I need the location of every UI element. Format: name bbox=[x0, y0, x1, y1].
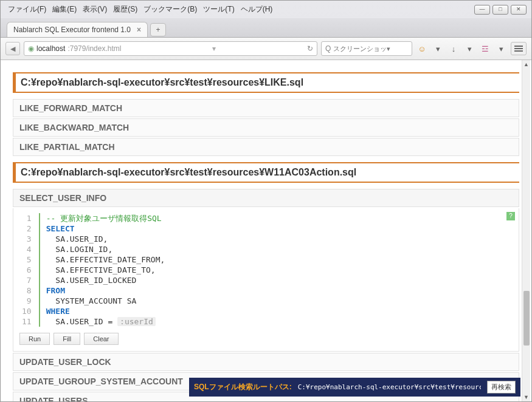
nav-toolbar: ◀ ◉ localhost:7979/index.html ▾ ↻ Q スクリー… bbox=[1, 38, 531, 60]
sql-file-header: C:¥repo¥nablarch-sql-executor¥src¥test¥r… bbox=[13, 72, 519, 93]
scroll-up-icon[interactable]: ▲ bbox=[522, 60, 530, 69]
tab-title: Nablarch SQL Executor frontend 1.0 bbox=[13, 26, 131, 34]
new-tab-button[interactable]: + bbox=[150, 23, 166, 36]
fill-button[interactable]: Fill bbox=[54, 333, 80, 345]
scrollbar[interactable]: ▲ ▼ bbox=[522, 60, 530, 401]
menu-tools[interactable]: ツール(T) bbox=[201, 3, 237, 16]
footer-label: SQLファイル検索ルートパス: bbox=[194, 382, 292, 392]
sql-entry[interactable]: LIKE_PARTIAL_MATCH bbox=[13, 138, 519, 156]
tab-bar: Nablarch SQL Executor frontend 1.0 × + bbox=[1, 18, 531, 38]
menu-history[interactable]: 履歴(S) bbox=[111, 3, 140, 16]
run-button[interactable]: Run bbox=[19, 333, 50, 345]
research-button[interactable]: 再検索 bbox=[487, 381, 516, 393]
menu-button[interactable] bbox=[511, 42, 527, 55]
download-dropdown-icon[interactable]: ▾ bbox=[463, 44, 475, 53]
clear-button[interactable]: Clear bbox=[84, 333, 118, 345]
close-button[interactable]: ✕ bbox=[511, 5, 527, 15]
tool-icon[interactable]: ☲ bbox=[479, 44, 491, 53]
addon-dropdown-icon[interactable]: ▾ bbox=[432, 44, 444, 53]
scroll-down-icon[interactable]: ▼ bbox=[522, 393, 530, 401]
menu-help[interactable]: ヘルプ(H) bbox=[238, 3, 275, 16]
search-icon: Q bbox=[325, 44, 331, 53]
dropdown-icon[interactable]: ▾ bbox=[212, 44, 216, 53]
scroll-thumb[interactable] bbox=[523, 291, 530, 346]
browser-window: ファイル(F) 編集(E) 表示(V) 履歴(S) ブックマーク(B) ツール(… bbox=[0, 0, 532, 402]
sql-entry[interactable]: LIKE_BACKWARD_MATCH bbox=[13, 118, 519, 137]
line-gutter: 1 2 3 4 5 6 7 8 9 10 11 bbox=[19, 213, 40, 327]
footer-search-bar: SQLファイル検索ルートパス: C:¥repo¥nablarch-sql-exe… bbox=[189, 378, 520, 397]
globe-icon: ◉ bbox=[28, 44, 34, 53]
reload-icon[interactable]: ↻ bbox=[307, 44, 313, 53]
back-button[interactable]: ◀ bbox=[5, 42, 20, 55]
sql-file-header: C:¥repo¥nablarch-sql-executor¥src¥test¥r… bbox=[13, 162, 519, 183]
search-placeholder: スクリーンショッ▾ bbox=[333, 44, 390, 53]
tool-dropdown-icon[interactable]: ▾ bbox=[495, 44, 507, 53]
code-body[interactable]: -- 更新対象ユーザ情報取得SQL SELECT SA.USER_ID, SA.… bbox=[40, 213, 165, 327]
page-content: C:¥repo¥nablarch-sql-executor¥src¥test¥r… bbox=[1, 60, 531, 401]
sql-entry[interactable]: LIKE_FORWARD_MATCH bbox=[13, 99, 519, 117]
content-area: C:¥repo¥nablarch-sql-executor¥src¥test¥r… bbox=[1, 60, 531, 401]
url-path: :7979/index.html bbox=[67, 44, 121, 53]
browser-tab[interactable]: Nablarch SQL Executor frontend 1.0 × bbox=[7, 22, 148, 37]
menubar: ファイル(F) 編集(E) 表示(V) 履歴(S) ブックマーク(B) ツール(… bbox=[1, 1, 531, 18]
addon-icon[interactable]: ☺ bbox=[416, 44, 428, 53]
address-bar[interactable]: ◉ localhost:7979/index.html ▾ ↻ bbox=[24, 41, 317, 56]
menu-file[interactable]: ファイル(F) bbox=[5, 3, 49, 16]
minimize-button[interactable]: — bbox=[474, 5, 490, 15]
menu-view[interactable]: 表示(V) bbox=[80, 3, 109, 16]
menu-bookmarks[interactable]: ブックマーク(B) bbox=[141, 3, 199, 16]
sql-entry[interactable]: UPDATE_USER_LOCK bbox=[13, 353, 519, 371]
url-host: localhost bbox=[36, 44, 65, 53]
window-controls: — □ ✕ bbox=[474, 5, 527, 15]
sql-editor: ? 1 2 3 4 5 6 7 8 9 10 11 - bbox=[13, 208, 519, 352]
tab-close-icon[interactable]: × bbox=[137, 26, 141, 34]
download-icon[interactable]: ↓ bbox=[447, 44, 460, 53]
menu-edit[interactable]: 編集(E) bbox=[50, 3, 79, 16]
sql-entry-open[interactable]: SELECT_USER_INFO bbox=[13, 189, 519, 207]
maximize-button[interactable]: □ bbox=[492, 5, 508, 15]
param-input[interactable]: :userId bbox=[117, 317, 156, 326]
help-icon[interactable]: ? bbox=[506, 212, 515, 220]
footer-path: C:¥repo¥nablarch-sql-executor¥src¥test¥r… bbox=[298, 383, 481, 391]
search-box[interactable]: Q スクリーンショッ▾ bbox=[321, 41, 412, 56]
editor-buttons: Run Fill Clear bbox=[19, 333, 513, 345]
